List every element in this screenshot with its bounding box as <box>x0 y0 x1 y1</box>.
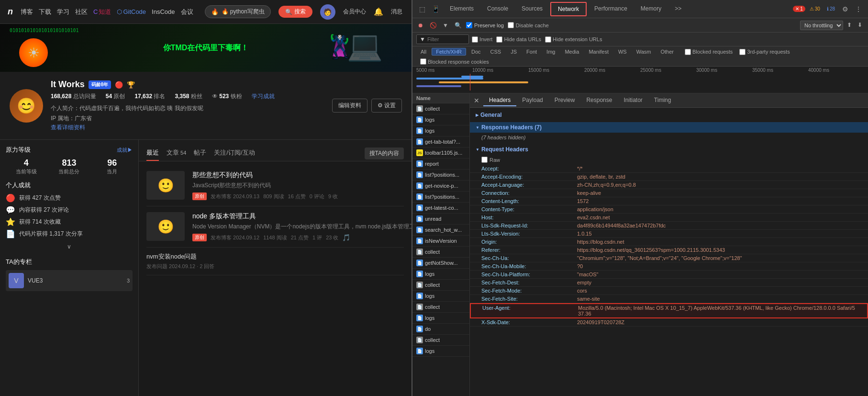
hide-data-checkbox[interactable] <box>496 36 502 43</box>
req-collect-1[interactable]: 📄collect <box>412 103 469 114</box>
question-title[interactable]: nvm安装node问题 <box>146 252 404 261</box>
nav-community[interactable]: 社区 <box>75 8 88 16</box>
detail-tab-initiator[interactable]: Initiator <box>618 95 648 106</box>
req-list-2[interactable]: 📄list?positions... <box>412 192 469 203</box>
third-party-checkbox[interactable] <box>739 49 746 55</box>
edit-profile-button[interactable]: 编辑资料 <box>332 99 367 113</box>
tab-sources[interactable]: Sources <box>515 2 549 16</box>
hide-data-label[interactable]: Hide data URLs <box>496 36 541 43</box>
filter-fetch-xhr[interactable]: Fetch/XHR <box>432 48 466 56</box>
invert-checkbox[interactable] <box>472 36 478 43</box>
detail-tab-payload[interactable]: Payload <box>516 95 548 106</box>
search-network-icon[interactable]: 🔍 <box>454 21 462 30</box>
nav-zhidao[interactable]: C 知道 <box>93 8 111 16</box>
req-report[interactable]: 📄report <box>412 158 469 170</box>
search-ta-button[interactable]: 搜TA的内容 <box>365 147 404 159</box>
filter-wasm[interactable]: Wasm <box>632 48 656 56</box>
raw-checkbox[interactable] <box>481 157 488 163</box>
nav-download[interactable]: 下载 <box>39 8 51 16</box>
req-collect-5[interactable]: 📄collect <box>412 335 469 346</box>
member-center[interactable]: 会员中心 <box>343 8 366 16</box>
notification-icon[interactable]: 🔔 <box>374 7 383 16</box>
req-logs-6[interactable]: 📄logs <box>412 346 469 357</box>
detail-tab-preview[interactable]: Preview <box>549 95 581 106</box>
featured-item[interactable]: V VUE3 3 <box>6 270 133 291</box>
third-party-label[interactable]: 3rd-party requests <box>739 49 790 55</box>
req-do[interactable]: 📄do <box>412 324 469 335</box>
export-icon[interactable]: ⬇ <box>856 21 864 29</box>
filter-media[interactable]: Media <box>560 48 583 56</box>
filter-js[interactable]: JS <box>506 48 521 56</box>
record-button[interactable]: ⏺ <box>416 21 425 30</box>
tab-elements[interactable]: Elements <box>443 2 480 16</box>
filter-ws[interactable]: WS <box>614 48 631 56</box>
filter-manifest[interactable]: Manifest <box>584 48 613 56</box>
nav-blog[interactable]: 博客 <box>21 8 33 16</box>
article-title-2[interactable]: node 多版本管理工具 <box>192 212 412 221</box>
throttle-select[interactable]: No throttling Fast 3G Slow 3G <box>800 21 843 30</box>
req-collect-3[interactable]: 📄collect <box>412 280 469 291</box>
profile-detail-link[interactable]: 查看详细资料 <box>51 124 324 132</box>
detail-tab-response[interactable]: Response <box>580 95 618 106</box>
req-logs-2[interactable]: 📄logs <box>412 125 469 136</box>
response-headers-title[interactable]: ▼ Response Headers (7) <box>470 122 868 133</box>
inspect-icon[interactable]: ⬚ <box>416 3 428 15</box>
req-collect-2[interactable]: 📄collect <box>412 247 469 258</box>
tab-follows[interactable]: 关注/订阅/互动 <box>214 146 255 161</box>
tab-performance[interactable]: Performance <box>588 2 634 16</box>
invert-label[interactable]: Invert <box>472 36 493 43</box>
filter-input[interactable] <box>427 36 466 42</box>
blocked-requests-label[interactable]: Blocked requests <box>685 49 733 55</box>
req-is-new-version[interactable]: 📄isNewVersion <box>412 236 469 247</box>
req-collect-4[interactable]: 📄collect <box>412 302 469 313</box>
detail-tab-timing[interactable]: Timing <box>648 95 677 106</box>
req-get-novice[interactable]: 📄get-novice-p... <box>412 181 469 192</box>
nav-gitcode[interactable]: ⬡ GitCode <box>117 8 146 15</box>
req-get-tab[interactable]: 📄get-tab-total?... <box>412 136 469 147</box>
tab-network[interactable]: Network <box>550 2 587 16</box>
settings-button[interactable]: ⚙ 设置 <box>371 99 402 113</box>
req-search-hot[interactable]: 📄search_hot_w... <box>412 225 469 236</box>
filter-font[interactable]: Font <box>522 48 541 56</box>
hide-extension-checkbox[interactable] <box>545 36 551 43</box>
python-link[interactable]: 🔥 python写爬虫 <box>222 8 265 16</box>
message-btn[interactable]: 消息 <box>391 8 402 16</box>
settings-gear-icon[interactable]: ⚙ <box>839 3 851 15</box>
search-button[interactable]: 🔍 搜索 <box>278 6 312 18</box>
blocked-response-cookies-label[interactable]: Blocked response cookies <box>420 58 489 65</box>
disable-cache-checkbox[interactable] <box>508 22 514 28</box>
req-logs-5[interactable]: 📄logs <box>412 313 469 324</box>
user-avatar[interactable]: 🧑 <box>320 4 335 20</box>
device-icon[interactable]: 📱 <box>430 3 441 15</box>
tab-posts[interactable]: 帖子 <box>194 146 206 161</box>
req-unread[interactable]: 📄unread <box>412 214 469 225</box>
achievement-btn[interactable]: 学习成就 <box>252 92 275 101</box>
clear-button[interactable]: 🚫 <box>429 21 437 30</box>
show-more-button[interactable]: ∨ <box>6 241 133 252</box>
nav-meeting[interactable]: 会议 <box>181 8 193 16</box>
filter-all[interactable]: All <box>416 48 431 56</box>
detail-tab-headers[interactable]: Headers <box>483 95 516 106</box>
req-get-not-show[interactable]: 📄getNotShow... <box>412 258 469 269</box>
req-list-1[interactable]: 📄list?positions... <box>412 170 469 181</box>
filter-icon[interactable]: ▼ <box>441 21 450 30</box>
general-section-title[interactable]: ▶ General <box>470 110 868 120</box>
disable-cache-label[interactable]: Disable cache <box>508 22 549 28</box>
blocked-requests-checkbox[interactable] <box>685 49 691 55</box>
filter-css[interactable]: CSS <box>486 48 506 56</box>
request-headers-title[interactable]: ▼ Request Headers <box>470 144 868 155</box>
hide-extension-label[interactable]: Hide extension URLs <box>545 36 602 43</box>
close-detail-button[interactable]: ✕ <box>474 97 479 104</box>
preserve-log-checkbox[interactable] <box>466 22 472 28</box>
tab-console[interactable]: Console <box>480 2 515 16</box>
achievement-link[interactable]: 成就▶ <box>117 147 133 154</box>
req-logs-4[interactable]: 📄logs <box>412 291 469 302</box>
req-toolbar-js[interactable]: JStoolbar1105.js... <box>412 147 469 158</box>
nav-inscode[interactable]: InsCode <box>152 8 175 15</box>
filter-img[interactable]: Img <box>542 48 559 56</box>
tab-memory[interactable]: Memory <box>634 2 668 16</box>
filter-other[interactable]: Other <box>656 48 678 56</box>
tab-more[interactable]: >> <box>668 2 688 16</box>
import-icon[interactable]: ⬆ <box>845 21 854 29</box>
tab-articles[interactable]: 文章 54 <box>167 146 186 161</box>
